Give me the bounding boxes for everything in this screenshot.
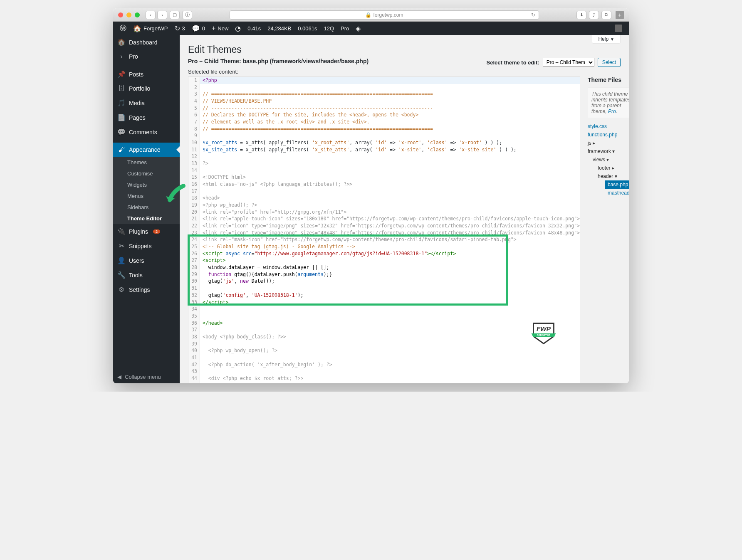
new-tab-icon[interactable]: ⧉ (601, 11, 611, 19)
code-line-24[interactable]: 24<link rel="mask-icon" href="https://fo… (188, 236, 580, 243)
code-line-19[interactable]: 19<?php wp_head(); ?> (188, 202, 580, 209)
code-line-41[interactable]: 41 (188, 354, 580, 361)
code-line-23[interactable]: 23<link rel="icon" type="image/png" size… (188, 229, 580, 237)
code-line-26[interactable]: 26<script async src="https://www.googlet… (188, 250, 580, 257)
code-line-20[interactable]: 20<link rel="profile" href="http://gmpg.… (188, 209, 580, 216)
url-bar[interactable]: 🔒 forgetwp.com ↻ (230, 10, 539, 20)
comments-link[interactable]: 💬0 (188, 22, 208, 35)
menu-pages[interactable]: 📄Pages (113, 110, 180, 125)
file-style-css[interactable]: style.css (588, 122, 629, 131)
code-line-13[interactable]: 13?> (188, 160, 580, 167)
code-line-17[interactable]: 17 (188, 188, 580, 195)
theme-select[interactable]: Pro – Child Them (543, 58, 594, 67)
code-line-22[interactable]: 22<link rel="icon" type="image/png" size… (188, 222, 580, 229)
updates-link[interactable]: ↻3 (171, 22, 188, 35)
file-masthead-php[interactable]: masthead.php (588, 189, 629, 197)
folder-footer[interactable]: footer ▸ (588, 164, 629, 172)
user-avatar[interactable] (611, 22, 626, 35)
code-line-15[interactable]: 15<!DOCTYPE html> (188, 174, 580, 181)
code-line-14[interactable]: 14 (188, 167, 580, 174)
tabs-button[interactable]: + (616, 11, 624, 19)
menu-dashboard[interactable]: 🏠Dashboard (113, 35, 180, 49)
perf-time[interactable]: 0.41s (244, 22, 264, 35)
reload-icon[interactable]: ↻ (531, 12, 535, 18)
code-line-30[interactable]: 30 gtag('js', new Date()); (188, 278, 580, 285)
perf-db[interactable]: 0.0061s (294, 22, 320, 35)
submenu-sidebars[interactable]: Sidebars (113, 202, 180, 213)
submenu-menus[interactable]: Menus (113, 190, 180, 202)
code-line-12[interactable]: 12 (188, 153, 580, 160)
menu-media[interactable]: 🎵Media (113, 96, 180, 110)
code-line-11[interactable]: 11$x_site_atts = x_atts( apply_filters( … (188, 146, 580, 153)
code-line-37[interactable]: 37 (188, 326, 580, 333)
code-line-32[interactable]: 32 gtag('config', 'UA-152008318-1'); (188, 292, 580, 299)
code-line-45[interactable]: 45 (188, 382, 580, 383)
file-base-php[interactable]: base.php (605, 180, 629, 189)
code-line-9[interactable]: 9 (188, 132, 580, 139)
code-line-7[interactable]: 7// element as well as the .x-root <div>… (188, 118, 580, 126)
code-line-36[interactable]: 36</head> (188, 320, 580, 327)
code-line-43[interactable]: 43 (188, 368, 580, 375)
code-line-4[interactable]: 4// VIEWS/HEADER/BASE.PHP (188, 98, 580, 105)
code-line-21[interactable]: 21<link rel="apple-touch-icon" sizes="18… (188, 215, 580, 222)
code-line-6[interactable]: 6// Declares the DOCTYPE for the site, i… (188, 111, 580, 118)
menu-users[interactable]: 👤Users (113, 253, 180, 268)
forward-button[interactable]: › (157, 11, 167, 19)
new-content-link[interactable]: +New (208, 22, 232, 35)
wp-logo[interactable]: ⓦ (116, 22, 130, 35)
menu-pro[interactable]: ›Pro (113, 49, 180, 64)
code-line-31[interactable]: 31 (188, 285, 580, 292)
code-line-27[interactable]: 27<script> (188, 257, 580, 264)
menu-snippets[interactable]: ✂Snippets (113, 239, 180, 253)
menu-settings[interactable]: ⚙Settings (113, 282, 180, 297)
code-line-34[interactable]: 34 (188, 306, 580, 313)
code-editor[interactable]: 1<?php2 3// ============================… (188, 76, 580, 383)
collapse-menu[interactable]: ◀Collapse menu (113, 370, 180, 383)
code-line-10[interactable]: 10$x_root_atts = x_atts( apply_filters( … (188, 139, 580, 146)
perf-icon[interactable]: ◈ (352, 22, 364, 35)
minimize-window[interactable] (126, 12, 131, 17)
submenu-theme-editor[interactable]: Theme Editor (113, 213, 180, 224)
back-button[interactable]: ‹ (146, 11, 156, 19)
code-line-38[interactable]: 38<body <?php body_class(); ?>> (188, 333, 580, 340)
maximize-window[interactable] (135, 12, 140, 17)
menu-portfolio[interactable]: 🗄Portfolio (113, 81, 180, 96)
menu-appearance[interactable]: 🖌Appearance (113, 143, 180, 157)
query-monitor[interactable]: ◔ (232, 22, 244, 35)
share-icon[interactable]: ⤴ (589, 11, 599, 19)
help-tab[interactable]: Help ▼ (592, 35, 621, 44)
code-line-35[interactable]: 35 (188, 313, 580, 320)
folder-framework[interactable]: framework ▾ (588, 147, 629, 155)
folder-js[interactable]: js ▸ (588, 139, 629, 147)
site-name-link[interactable]: 🏠ForgetWP (130, 22, 171, 35)
menu-posts[interactable]: 📌Posts (113, 67, 180, 81)
code-line-8[interactable]: 8// ====================================… (188, 126, 580, 133)
code-line-42[interactable]: 42 <?php do_action( 'x_after_body_begin'… (188, 361, 580, 368)
menu-comments[interactable]: 💬Comments (113, 125, 180, 139)
select-button[interactable]: Select (598, 58, 621, 67)
code-line-2[interactable]: 2 (188, 84, 580, 91)
code-line-1[interactable]: 1<?php (188, 77, 580, 84)
download-icon[interactable]: ⬇ (576, 11, 586, 19)
file-functions-php[interactable]: functions.php (588, 131, 629, 139)
close-window[interactable] (118, 12, 123, 17)
perf-pro[interactable]: Pro (337, 22, 352, 35)
code-line-18[interactable]: 18<head> (188, 195, 580, 202)
submenu-customise[interactable]: Customise (113, 168, 180, 179)
perf-memory[interactable]: 24,284KB (264, 22, 294, 35)
menu-tools[interactable]: 🔧Tools (113, 268, 180, 282)
parent-theme-link[interactable]: Pro (608, 109, 616, 114)
sidebar-toggle[interactable]: ▢ (170, 11, 180, 19)
code-line-40[interactable]: 40 <?php wp_body_open(); ?> (188, 347, 580, 354)
code-line-29[interactable]: 29 function gtag(){dataLayer.push(argume… (188, 271, 580, 278)
submenu-widgets[interactable]: Widgets (113, 179, 180, 190)
folder-views[interactable]: views ▾ (588, 155, 629, 164)
perf-queries[interactable]: 12Q (321, 22, 338, 35)
info-icon[interactable]: ⓘ (182, 11, 192, 19)
code-line-44[interactable]: 44 <div <?php echo $x_root_atts; ?>> (188, 375, 580, 382)
code-line-25[interactable]: 25<!-- Global site tag (gtag.js) - Googl… (188, 243, 580, 250)
code-line-33[interactable]: 33</script> (188, 299, 580, 306)
code-line-39[interactable]: 39 (188, 340, 580, 348)
code-line-3[interactable]: 3// ====================================… (188, 91, 580, 98)
submenu-themes[interactable]: Themes (113, 157, 180, 168)
